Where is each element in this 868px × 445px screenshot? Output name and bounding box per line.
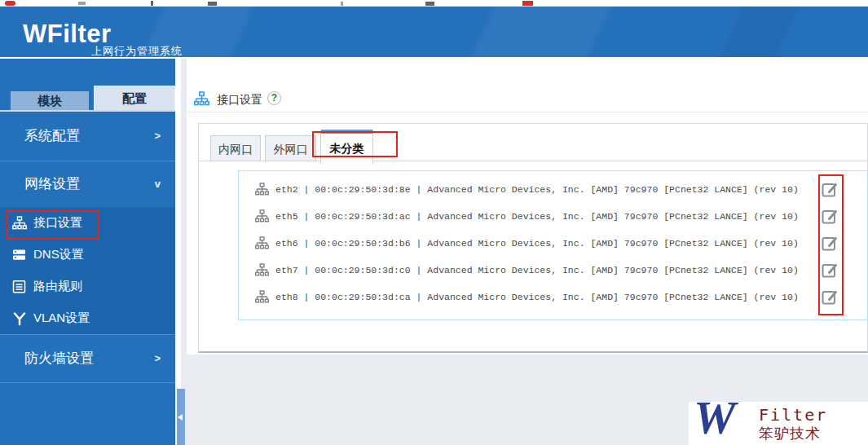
sidebar-gap (175, 59, 181, 445)
network-tree-icon (255, 209, 269, 223)
dark-mark-icon-2 (425, 2, 434, 6)
chevron-right-icon: > (154, 112, 161, 161)
sidebar-item-vlan-settings[interactable]: VLAN设置 (0, 302, 175, 334)
active-tab-bar (321, 130, 372, 134)
edit-icon[interactable] (821, 288, 839, 306)
page-title: 接口设置 (217, 93, 262, 108)
sidebar-section-firewall-settings[interactable]: 防火墙设置 > (0, 335, 175, 382)
gray-mark-icon (78, 2, 86, 5)
chevron-right-icon: > (154, 335, 161, 382)
network-tree-icon (12, 216, 27, 231)
interface-row: eth7 | 00:0c:29:50:3d:c0 | Advanced Micr… (239, 257, 867, 284)
chevron-down-icon: v (155, 161, 161, 207)
edit-icon[interactable] (821, 261, 839, 279)
sidebar-section-system-config[interactable]: 系统配置 > (0, 112, 175, 161)
content-gap (181, 59, 187, 445)
section-label: 系统配置 (24, 112, 80, 161)
network-tree-icon (255, 183, 269, 196)
interface-row-text: eth7 | 00:0c:29:50:3d:c0 | Advanced Micr… (275, 265, 799, 275)
logo-caption: 笨驴技术 (759, 424, 821, 443)
app-header: WFilter 上网行为管理系统 (0, 7, 868, 57)
sidebar-divider (0, 382, 175, 383)
interface-row: eth2 | 00:0c:29:50:3d:8e | Advanced Micr… (239, 176, 867, 203)
sidebar-section-network-settings[interactable]: 网络设置 v (0, 161, 175, 207)
sidebar-tab-config[interactable]: 配置 (94, 86, 175, 110)
breadcrumb-divider (187, 112, 868, 112)
red-bookmark-icon (5, 1, 15, 6)
interface-row-text: eth8 | 00:0c:29:50:3d:ca | Advanced Micr… (275, 292, 799, 302)
sidebar-item-label: 路由规则 (33, 279, 82, 294)
interface-row-text: eth5 | 00:0c:29:50:3d:ac | Advanced Micr… (275, 211, 799, 222)
dark-mark-icon (208, 2, 217, 6)
sidebar: 模块 配置 系统配置 > 网络设置 v 接口设置 (0, 59, 175, 445)
sidebar-item-route-rules[interactable]: 路由规则 (0, 271, 175, 302)
bar-mark-icon (151, 1, 153, 6)
tab-unclassified[interactable]: 未分类 (320, 130, 373, 164)
edit-icon[interactable] (821, 207, 839, 225)
sidebar-item-interface-settings[interactable]: 接口设置 (0, 207, 175, 239)
tab-external-port[interactable]: 外网口 (265, 135, 316, 161)
interface-row: eth8 | 00:0c:29:50:3d:ca | Advanced Micr… (239, 284, 867, 311)
sidebar-item-label: 接口设置 (33, 215, 82, 231)
network-tree-icon (255, 263, 269, 277)
section-label: 网络设置 (24, 161, 80, 207)
sidebar-item-label: VLAN设置 (33, 311, 90, 326)
interface-list: eth2 | 00:0c:29:50:3d:8e | Advanced Micr… (238, 170, 868, 320)
sidebar-item-label: DNS设置 (33, 247, 84, 262)
vlan-icon (12, 311, 27, 326)
brand-subtitle: 上网行为管理系统 (91, 44, 183, 57)
help-icon[interactable]: ? (267, 91, 281, 105)
browser-bookmarks-strip (0, 0, 868, 7)
sidebar-tab-modules[interactable]: 模块 (11, 91, 89, 110)
route-rules-icon (12, 280, 27, 294)
interface-row: eth6 | 00:0c:29:50:3d:b6 | Advanced Micr… (239, 230, 867, 257)
interface-row-text: eth2 | 00:0c:29:50:3d:8e | Advanced Micr… (275, 184, 799, 195)
logo-name: Filter (759, 405, 827, 425)
edit-icon[interactable] (821, 180, 839, 198)
section-label: 防火墙设置 (24, 335, 94, 382)
thin-mark-icon (341, 2, 343, 6)
sidebar-collapse-handle[interactable] (177, 389, 185, 445)
network-tree-icon (255, 236, 269, 250)
tab-label: 未分类 (330, 142, 364, 155)
interface-row-text: eth6 | 00:0c:29:50:3d:b6 | Advanced Micr… (275, 238, 799, 249)
network-tree-icon (255, 290, 269, 304)
tab-internal-port[interactable]: 内网口 (210, 135, 261, 161)
dns-server-icon (12, 248, 27, 262)
wfilter-watermark: W Filter 笨驴技术 (689, 402, 868, 445)
interface-row: eth5 | 00:0c:29:50:3d:ac | Advanced Micr… (239, 203, 867, 230)
collapse-left-icon (178, 414, 183, 421)
logo-w-glyph: W (694, 390, 736, 445)
network-submenu: 接口设置 DNS设置 路由规则 (0, 207, 175, 334)
sidebar-item-dns-settings[interactable]: DNS设置 (0, 239, 175, 271)
edit-icon[interactable] (821, 234, 839, 252)
red-mark-icon (522, 1, 533, 6)
wfilter-app: WFilter 上网行为管理系统 模块 配置 系统配置 > 网络设置 v (0, 0, 868, 445)
interface-settings-icon (194, 91, 209, 107)
